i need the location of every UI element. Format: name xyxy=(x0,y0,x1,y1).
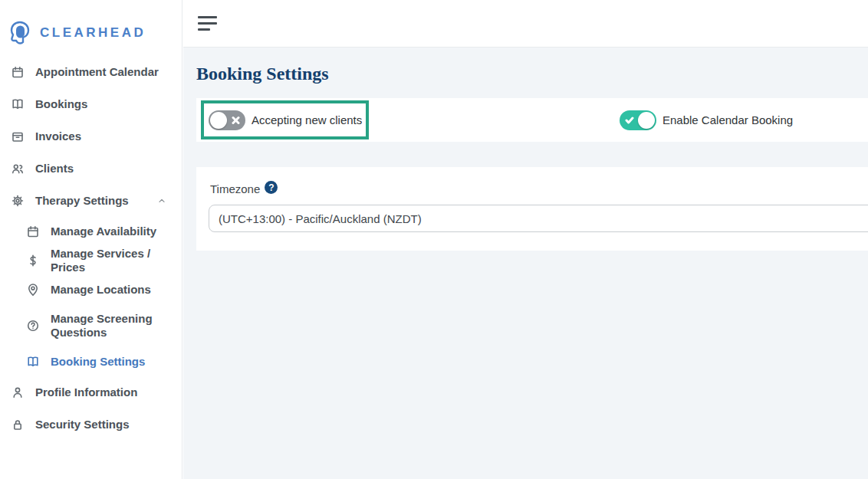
sidebar-item-manage-locations[interactable]: Manage Locations xyxy=(0,275,182,304)
sidebar-item-manage-screening-questions[interactable]: Manage Screening Questions xyxy=(0,304,182,347)
toggles-card: Accepting new clients Enable Calendar Bo… xyxy=(196,98,868,142)
question-circle-icon xyxy=(26,319,40,333)
sidebar-item-manage-services-prices[interactable]: Manage Services / Prices xyxy=(0,246,182,275)
timezone-label: Timezone xyxy=(210,182,260,195)
archive-box-icon xyxy=(11,130,25,143)
sidebar-item-booking-settings[interactable]: Booking Settings xyxy=(0,347,182,376)
lock-icon xyxy=(11,418,25,431)
content: Booking Settings Accepting new clients xyxy=(183,48,868,479)
clearhead-head-icon xyxy=(6,19,34,47)
help-question-icon[interactable]: ? xyxy=(265,181,278,194)
sidebar-nav: Appointment Calendar Bookings Invoices xyxy=(0,54,182,441)
open-book-icon xyxy=(26,355,40,369)
sidebar-item-clients[interactable]: Clients xyxy=(0,153,182,185)
hamburger-menu-icon[interactable] xyxy=(198,16,217,31)
accepting-new-clients-toggle-group: Accepting new clients xyxy=(209,110,362,130)
sidebar-item-therapy-settings[interactable]: Therapy Settings xyxy=(0,185,182,217)
sidebar-item-profile-information[interactable]: Profile Information xyxy=(0,376,182,408)
enable-calendar-booking-toggle-group: Enable Calendar Booking xyxy=(620,98,793,142)
timezone-input[interactable] xyxy=(209,205,868,232)
check-icon xyxy=(625,116,634,124)
accepting-new-clients-toggle[interactable] xyxy=(209,110,245,130)
page-title: Booking Settings xyxy=(183,48,868,87)
dollar-icon xyxy=(26,254,40,267)
logo-text: CLEARHEAD xyxy=(40,25,146,41)
toggle-knob xyxy=(638,112,655,129)
calendar-icon xyxy=(11,65,25,79)
location-pin-icon xyxy=(26,283,40,297)
open-book-icon xyxy=(11,97,25,111)
sidebar-item-security-settings[interactable]: Security Settings xyxy=(0,408,182,441)
clearhead-logo: CLEARHEAD xyxy=(0,0,182,54)
sidebar-item-manage-availability[interactable]: Manage Availability xyxy=(0,217,182,246)
x-icon xyxy=(232,116,240,124)
sidebar: CLEARHEAD Appointment Calendar Bookings xyxy=(0,0,182,479)
gear-icon xyxy=(11,194,25,208)
toggle-knob xyxy=(210,112,227,129)
enable-calendar-booking-toggle[interactable] xyxy=(620,110,656,130)
sidebar-item-appointment-calendar[interactable]: Appointment Calendar xyxy=(0,56,182,88)
people-icon xyxy=(11,162,25,176)
sidebar-item-bookings[interactable]: Bookings xyxy=(0,88,182,120)
person-icon xyxy=(11,385,25,399)
calendar-icon xyxy=(26,225,40,238)
timezone-label-row: Timezone ? xyxy=(196,167,868,195)
toggle-label: Accepting new clients xyxy=(252,113,362,126)
chevron-up-icon xyxy=(157,196,166,205)
topbar xyxy=(183,0,868,48)
toggle-label: Enable Calendar Booking xyxy=(663,113,793,126)
sidebar-item-invoices[interactable]: Invoices xyxy=(0,120,182,153)
main-area: Booking Settings Accepting new clients xyxy=(183,0,868,479)
timezone-card: Timezone ? xyxy=(196,167,868,251)
